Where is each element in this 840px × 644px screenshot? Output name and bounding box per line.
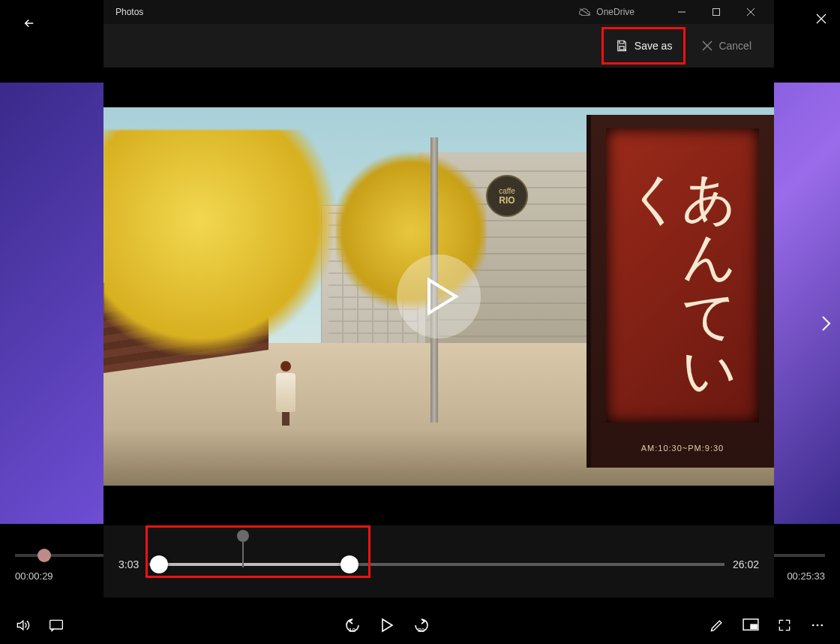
- fullscreen-button[interactable]: [777, 618, 792, 633]
- mini-player-button[interactable]: [742, 618, 759, 632]
- svg-text:10: 10: [349, 627, 356, 633]
- window-close-button[interactable]: [734, 0, 768, 24]
- svg-rect-4: [751, 624, 757, 628]
- window-minimize-button[interactable]: [664, 0, 699, 24]
- onedrive-label: OneDrive: [596, 7, 634, 17]
- dialog-titlebar[interactable]: Photos OneDrive: [104, 0, 774, 24]
- window-maximize-button[interactable]: [699, 0, 734, 24]
- cancel-label: Cancel: [718, 40, 752, 52]
- play-icon: [424, 277, 459, 316]
- svg-point-7: [821, 624, 824, 627]
- bg-current-time: 00:00:29: [15, 570, 53, 582]
- skip-forward-30-button[interactable]: 30: [412, 617, 431, 633]
- onedrive-status[interactable]: OneDrive: [578, 7, 634, 17]
- app-close-button[interactable]: [816, 14, 826, 24]
- character: [274, 361, 297, 424]
- trim-end-time: 26:02: [733, 558, 759, 570]
- more-button[interactable]: [810, 618, 825, 633]
- save-as-label: Save as: [634, 40, 673, 52]
- trim-bar: 3:03 26:02: [104, 525, 774, 597]
- play-button[interactable]: [380, 618, 394, 633]
- save-icon: [615, 39, 628, 53]
- caffe-sign: caffe RIO: [486, 175, 528, 217]
- svg-rect-0: [50, 620, 63, 629]
- subtitles-button[interactable]: [48, 618, 64, 633]
- close-icon: [702, 41, 712, 51]
- svg-rect-8: [713, 9, 720, 16]
- shop-signboard: あんていく AM:10:30~PM:9:30: [586, 115, 774, 468]
- svg-text:30: 30: [418, 627, 424, 633]
- sign-calligraphy: あんていく: [614, 136, 752, 401]
- background-playhead[interactable]: [38, 549, 51, 562]
- next-media-button[interactable]: [820, 315, 831, 332]
- cancel-button[interactable]: Cancel: [694, 35, 759, 56]
- photos-trim-dialog: Photos OneDrive Save as Cancel: [104, 0, 774, 597]
- svg-point-5: [812, 624, 814, 627]
- video-preview-area: caffe RIO あんていく AM:10:30~PM:9:30: [104, 68, 774, 525]
- annotation-highlight: [146, 525, 370, 578]
- svg-point-6: [817, 624, 819, 627]
- play-overlay-button[interactable]: [397, 254, 481, 339]
- bg-total-time: 00:25:33: [787, 570, 825, 582]
- skip-back-10-button[interactable]: 10: [343, 617, 362, 633]
- save-as-button[interactable]: Save as: [603, 29, 685, 63]
- cloud-off-icon: [578, 8, 592, 17]
- dialog-title: Photos: [116, 7, 143, 17]
- sign-hours: AM:10:30~PM:9:30: [591, 444, 774, 453]
- svg-rect-9: [620, 47, 624, 50]
- video-frame: caffe RIO あんていく AM:10:30~PM:9:30: [104, 107, 774, 486]
- dialog-toolbar: Save as Cancel: [104, 24, 774, 68]
- back-button[interactable]: [22, 17, 36, 30]
- edit-pencil-button[interactable]: [710, 618, 724, 633]
- volume-button[interactable]: [15, 618, 30, 633]
- trim-start-time: 3:03: [118, 558, 139, 570]
- background-controls: 10 30: [0, 606, 840, 644]
